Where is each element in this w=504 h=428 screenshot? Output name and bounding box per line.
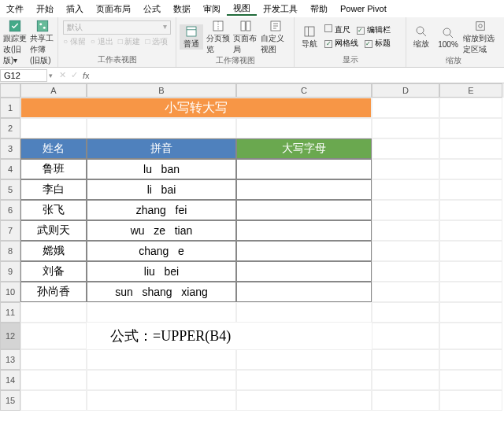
name-box[interactable] xyxy=(0,69,47,82)
view-自定义视图[interactable]: 自定义视图 xyxy=(261,19,291,55)
cell-6-0[interactable]: 张飞 xyxy=(20,200,87,220)
row-header-3[interactable]: 3 xyxy=(0,138,20,159)
cell[interactable] xyxy=(439,323,502,349)
menu-bar[interactable]: 文件开始插入页面布局公式数据审阅视图开发工具帮助Power Pivot xyxy=(0,0,504,17)
cell-6-4[interactable] xyxy=(439,200,502,220)
cell[interactable] xyxy=(439,138,502,159)
cell-2-0[interactable] xyxy=(20,118,87,138)
cell-6-3[interactable] xyxy=(372,200,439,220)
menu-8[interactable]: 开发工具 xyxy=(257,3,304,15)
name-box-arrow[interactable]: ▾ xyxy=(47,72,54,79)
cell-13-2[interactable] xyxy=(236,349,372,370)
menu-1[interactable]: 开始 xyxy=(30,3,60,15)
row-header-1[interactable]: 1 xyxy=(0,98,20,118)
cell-2-3[interactable] xyxy=(372,118,439,138)
confirm-icon[interactable]: ✓ xyxy=(71,70,78,80)
cell-14-0[interactable] xyxy=(20,370,87,390)
cell-4-4[interactable] xyxy=(439,159,502,179)
cell-11-4[interactable] xyxy=(439,302,502,323)
col-header-C[interactable]: C xyxy=(236,83,372,98)
cell-7-3[interactable] xyxy=(372,220,439,241)
cell[interactable] xyxy=(372,138,439,159)
cell-11-2[interactable] xyxy=(236,302,372,323)
check-网格线[interactable]: ✓ 网格线 xyxy=(324,38,358,49)
cell-4-2[interactable] xyxy=(236,159,372,179)
cell-15-1[interactable] xyxy=(87,390,236,411)
menu-6[interactable]: 审阅 xyxy=(197,3,227,15)
cell[interactable] xyxy=(372,98,439,118)
cell-5-0[interactable]: 李白 xyxy=(20,179,87,200)
cell-8-3[interactable] xyxy=(372,241,439,261)
cancel-icon[interactable]: ✕ xyxy=(59,70,66,80)
cell-10-3[interactable] xyxy=(372,282,439,302)
row-header-6[interactable]: 6 xyxy=(0,200,20,220)
menu-0[interactable]: 文件 xyxy=(0,3,30,15)
cell-8-1[interactable]: chang e xyxy=(87,241,236,261)
menu-4[interactable]: 公式 xyxy=(137,3,167,15)
cell-2-2[interactable] xyxy=(236,118,372,138)
spreadsheet-grid[interactable]: ABCDE 1小写转大写23姓名拼音大写字母4鲁班lu ban5李白li bai… xyxy=(0,83,504,411)
cell-7-1[interactable]: wu ze tian xyxy=(87,220,236,241)
cell-7-2[interactable] xyxy=(236,220,372,241)
cell-9-1[interactable]: liu bei xyxy=(87,261,236,282)
row-header-5[interactable]: 5 xyxy=(0,179,20,200)
cell-9-4[interactable] xyxy=(439,261,502,282)
row-header-10[interactable]: 10 xyxy=(0,282,20,302)
row-header-8[interactable]: 8 xyxy=(0,241,20,261)
row-header-9[interactable]: 9 xyxy=(0,261,20,282)
cell-13-3[interactable] xyxy=(372,349,439,370)
menu-3[interactable]: 页面布局 xyxy=(90,3,137,15)
col-header-D[interactable]: D xyxy=(372,83,439,98)
menu-5[interactable]: 数据 xyxy=(167,3,197,15)
row-header-12[interactable]: 12 xyxy=(0,323,20,349)
header-0[interactable]: 姓名 xyxy=(20,138,87,159)
cell-2-1[interactable] xyxy=(87,118,236,138)
cell[interactable] xyxy=(372,323,439,349)
header-2[interactable]: 大写字母 xyxy=(236,138,372,159)
zoom-1[interactable]: 100% xyxy=(436,26,460,49)
row-header-11[interactable]: 11 xyxy=(0,302,20,323)
row-header-2[interactable]: 2 xyxy=(0,118,20,138)
cell-11-0[interactable] xyxy=(20,302,87,323)
menu-9[interactable]: 帮助 xyxy=(304,3,334,15)
check-编辑栏[interactable]: ✓ 编辑栏 xyxy=(357,24,391,35)
zoom-0[interactable]: 缩放 xyxy=(410,24,433,50)
cell-14-1[interactable] xyxy=(87,370,236,390)
navigation-button[interactable]: 导航 xyxy=(298,24,321,50)
cell-10-0[interactable]: 孙尚香 xyxy=(20,282,87,302)
cell-7-0[interactable]: 武则天 xyxy=(20,220,87,241)
cell-8-2[interactable] xyxy=(236,241,372,261)
cell-11-3[interactable] xyxy=(372,302,439,323)
cell-5-3[interactable] xyxy=(372,179,439,200)
cell-15-3[interactable] xyxy=(372,390,439,411)
zoom-2[interactable]: 缩放到选定区域 xyxy=(463,19,498,55)
row-header-15[interactable]: 15 xyxy=(0,390,20,411)
cell-15-0[interactable] xyxy=(20,390,87,411)
cell-10-2[interactable] xyxy=(236,282,372,302)
cell-7-4[interactable] xyxy=(439,220,502,241)
cell-5-2[interactable] xyxy=(236,179,372,200)
cell-4-3[interactable] xyxy=(372,159,439,179)
view-页面布局[interactable]: 页面布局 xyxy=(233,19,257,55)
cell-4-0[interactable]: 鲁班 xyxy=(20,159,87,179)
track-changes-button[interactable]: 跟踪更改(旧版)▾ xyxy=(3,19,27,66)
fx-icon[interactable]: fx xyxy=(83,71,90,80)
cell-13-1[interactable] xyxy=(87,349,236,370)
cell-15-2[interactable] xyxy=(236,390,372,411)
cell-6-2[interactable] xyxy=(236,200,372,220)
cell-9-3[interactable] xyxy=(372,261,439,282)
select-all-corner[interactable] xyxy=(0,83,20,98)
banner[interactable]: 小写转大写 xyxy=(20,98,372,118)
cell-9-2[interactable] xyxy=(236,261,372,282)
formula-note[interactable]: 公式：=UPPER(B4) xyxy=(87,323,372,349)
cell-2-4[interactable] xyxy=(439,118,502,138)
row-header-14[interactable]: 14 xyxy=(0,370,20,390)
view-分页预览[interactable]: 分页预览 xyxy=(206,19,230,55)
cell-14-4[interactable] xyxy=(439,370,502,390)
menu-7[interactable]: 视图 xyxy=(227,2,257,16)
cell-15-4[interactable] xyxy=(439,390,502,411)
cell-8-0[interactable]: 嫦娥 xyxy=(20,241,87,261)
cell-5-4[interactable] xyxy=(439,179,502,200)
cell-4-1[interactable]: lu ban xyxy=(87,159,236,179)
cell[interactable] xyxy=(439,98,502,118)
